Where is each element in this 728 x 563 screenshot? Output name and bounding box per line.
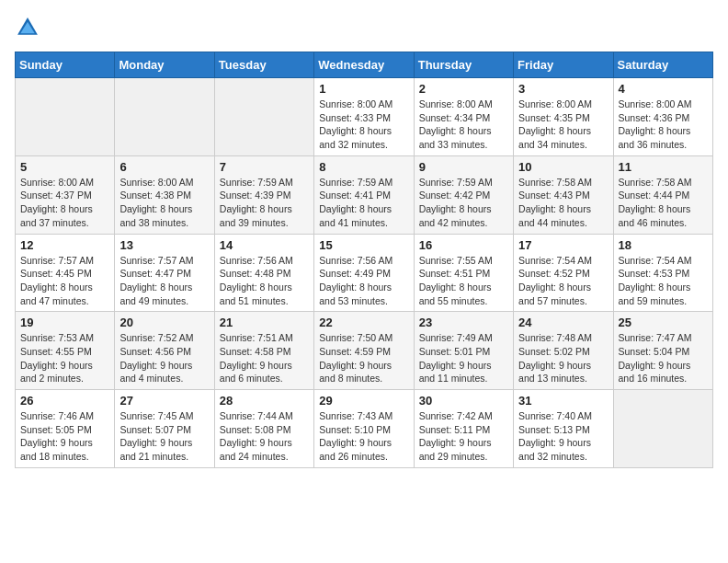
day-number: 18	[619, 238, 708, 252]
logo-icon	[15, 15, 40, 40]
day-info: Sunrise: 7:54 AM Sunset: 4:53 PM Dayligh…	[619, 254, 708, 308]
week-row-4: 19Sunrise: 7:53 AM Sunset: 4:55 PM Dayli…	[16, 312, 713, 390]
day-info: Sunrise: 7:57 AM Sunset: 4:45 PM Dayligh…	[20, 254, 109, 308]
calendar-cell	[115, 78, 214, 156]
day-info: Sunrise: 8:00 AM Sunset: 4:35 PM Dayligh…	[518, 98, 608, 152]
day-info: Sunrise: 7:46 AM Sunset: 5:05 PM Dayligh…	[20, 409, 109, 464]
weekday-header-sunday: Sunday	[16, 52, 115, 78]
calendar-cell: 21Sunrise: 7:51 AM Sunset: 4:58 PM Dayli…	[214, 312, 313, 390]
weekday-header-monday: Monday	[115, 52, 214, 78]
day-info: Sunrise: 7:58 AM Sunset: 4:43 PM Dayligh…	[518, 176, 608, 230]
day-number: 8	[319, 160, 408, 174]
day-number: 2	[419, 82, 508, 96]
day-info: Sunrise: 7:44 AM Sunset: 5:08 PM Dayligh…	[220, 409, 309, 464]
calendar-cell: 17Sunrise: 7:54 AM Sunset: 4:52 PM Dayli…	[514, 234, 613, 312]
day-info: Sunrise: 7:40 AM Sunset: 5:13 PM Dayligh…	[518, 409, 608, 464]
calendar-cell: 10Sunrise: 7:58 AM Sunset: 4:43 PM Dayli…	[514, 155, 613, 234]
calendar-cell: 3Sunrise: 8:00 AM Sunset: 4:35 PM Daylig…	[514, 78, 613, 156]
day-number: 21	[220, 316, 309, 329]
day-info: Sunrise: 7:58 AM Sunset: 4:44 PM Dayligh…	[619, 176, 708, 230]
week-row-5: 26Sunrise: 7:46 AM Sunset: 5:05 PM Dayli…	[16, 390, 713, 468]
calendar-cell: 31Sunrise: 7:40 AM Sunset: 5:13 PM Dayli…	[514, 390, 613, 468]
day-number: 30	[419, 394, 508, 408]
calendar-cell: 15Sunrise: 7:56 AM Sunset: 4:49 PM Dayli…	[314, 234, 414, 312]
weekday-header-saturday: Saturday	[613, 52, 712, 78]
day-number: 3	[518, 82, 608, 96]
day-number: 19	[20, 316, 109, 329]
day-info: Sunrise: 7:47 AM Sunset: 5:04 PM Dayligh…	[619, 331, 708, 385]
day-number: 25	[619, 316, 708, 329]
day-info: Sunrise: 7:53 AM Sunset: 4:55 PM Dayligh…	[20, 331, 109, 385]
calendar-cell: 1Sunrise: 8:00 AM Sunset: 4:33 PM Daylig…	[314, 78, 414, 156]
calendar-cell: 30Sunrise: 7:42 AM Sunset: 5:11 PM Dayli…	[414, 390, 513, 468]
weekday-header-friday: Friday	[514, 52, 613, 78]
weekday-header-wednesday: Wednesday	[314, 52, 414, 78]
calendar-cell: 24Sunrise: 7:48 AM Sunset: 5:02 PM Dayli…	[514, 312, 613, 390]
day-info: Sunrise: 7:42 AM Sunset: 5:11 PM Dayligh…	[419, 409, 508, 464]
calendar-cell: 22Sunrise: 7:50 AM Sunset: 4:59 PM Dayli…	[314, 312, 414, 390]
calendar-cell: 16Sunrise: 7:55 AM Sunset: 4:51 PM Dayli…	[414, 234, 513, 312]
calendar-cell: 11Sunrise: 7:58 AM Sunset: 4:44 PM Dayli…	[613, 155, 712, 234]
day-info: Sunrise: 7:56 AM Sunset: 4:48 PM Dayligh…	[220, 254, 309, 308]
week-row-3: 12Sunrise: 7:57 AM Sunset: 4:45 PM Dayli…	[16, 234, 713, 312]
day-number: 5	[20, 160, 109, 174]
calendar-cell: 18Sunrise: 7:54 AM Sunset: 4:53 PM Dayli…	[613, 234, 712, 312]
calendar-body: 1Sunrise: 8:00 AM Sunset: 4:33 PM Daylig…	[16, 78, 713, 468]
day-info: Sunrise: 8:00 AM Sunset: 4:34 PM Dayligh…	[419, 98, 508, 152]
week-row-2: 5Sunrise: 8:00 AM Sunset: 4:37 PM Daylig…	[16, 155, 713, 234]
calendar-cell	[613, 390, 712, 468]
calendar-cell	[16, 78, 115, 156]
day-number: 12	[20, 238, 109, 252]
calendar-cell: 27Sunrise: 7:45 AM Sunset: 5:07 PM Dayli…	[115, 390, 214, 468]
calendar-cell: 7Sunrise: 7:59 AM Sunset: 4:39 PM Daylig…	[214, 155, 313, 234]
day-number: 31	[518, 394, 608, 408]
day-number: 17	[518, 238, 608, 252]
day-info: Sunrise: 7:45 AM Sunset: 5:07 PM Dayligh…	[119, 409, 209, 464]
calendar-cell: 20Sunrise: 7:52 AM Sunset: 4:56 PM Dayli…	[115, 312, 214, 390]
calendar-cell: 26Sunrise: 7:46 AM Sunset: 5:05 PM Dayli…	[16, 390, 115, 468]
calendar-cell: 6Sunrise: 8:00 AM Sunset: 4:38 PM Daylig…	[115, 155, 214, 234]
day-number: 13	[119, 238, 209, 252]
day-info: Sunrise: 7:51 AM Sunset: 4:58 PM Dayligh…	[220, 331, 309, 385]
page-header	[15, 15, 713, 40]
calendar-cell: 8Sunrise: 7:59 AM Sunset: 4:41 PM Daylig…	[314, 155, 414, 234]
calendar-header: SundayMondayTuesdayWednesdayThursdayFrid…	[16, 52, 713, 78]
calendar-cell	[214, 78, 313, 156]
day-number: 7	[220, 160, 309, 174]
day-number: 27	[119, 394, 209, 408]
day-number: 22	[319, 316, 408, 329]
day-number: 20	[119, 316, 209, 329]
day-number: 28	[220, 394, 309, 408]
day-info: Sunrise: 7:48 AM Sunset: 5:02 PM Dayligh…	[518, 331, 608, 385]
day-number: 9	[419, 160, 508, 174]
day-number: 11	[619, 160, 708, 174]
calendar-cell: 25Sunrise: 7:47 AM Sunset: 5:04 PM Dayli…	[613, 312, 712, 390]
calendar-cell: 29Sunrise: 7:43 AM Sunset: 5:10 PM Dayli…	[314, 390, 414, 468]
day-info: Sunrise: 7:57 AM Sunset: 4:47 PM Dayligh…	[119, 254, 209, 308]
day-info: Sunrise: 7:49 AM Sunset: 5:01 PM Dayligh…	[419, 331, 508, 385]
day-info: Sunrise: 8:00 AM Sunset: 4:33 PM Dayligh…	[319, 98, 408, 152]
day-info: Sunrise: 7:43 AM Sunset: 5:10 PM Dayligh…	[319, 409, 408, 464]
day-info: Sunrise: 8:00 AM Sunset: 4:37 PM Dayligh…	[20, 176, 109, 230]
logo	[15, 15, 44, 40]
day-number: 4	[619, 82, 708, 96]
day-info: Sunrise: 7:56 AM Sunset: 4:49 PM Dayligh…	[319, 254, 408, 308]
calendar-cell: 2Sunrise: 8:00 AM Sunset: 4:34 PM Daylig…	[414, 78, 513, 156]
calendar-cell: 28Sunrise: 7:44 AM Sunset: 5:08 PM Dayli…	[214, 390, 313, 468]
day-info: Sunrise: 7:55 AM Sunset: 4:51 PM Dayligh…	[419, 254, 508, 308]
day-number: 6	[119, 160, 209, 174]
calendar-cell: 9Sunrise: 7:59 AM Sunset: 4:42 PM Daylig…	[414, 155, 513, 234]
calendar-cell: 4Sunrise: 8:00 AM Sunset: 4:36 PM Daylig…	[613, 78, 712, 156]
day-info: Sunrise: 7:50 AM Sunset: 4:59 PM Dayligh…	[319, 331, 408, 385]
calendar-cell: 19Sunrise: 7:53 AM Sunset: 4:55 PM Dayli…	[16, 312, 115, 390]
calendar-cell: 12Sunrise: 7:57 AM Sunset: 4:45 PM Dayli…	[16, 234, 115, 312]
weekday-header-thursday: Thursday	[414, 52, 513, 78]
day-info: Sunrise: 7:59 AM Sunset: 4:42 PM Dayligh…	[419, 176, 508, 230]
day-number: 24	[518, 316, 608, 329]
day-number: 10	[518, 160, 608, 174]
day-info: Sunrise: 7:54 AM Sunset: 4:52 PM Dayligh…	[518, 254, 608, 308]
day-info: Sunrise: 8:00 AM Sunset: 4:36 PM Dayligh…	[619, 98, 708, 152]
day-number: 16	[419, 238, 508, 252]
calendar-table: SundayMondayTuesdayWednesdayThursdayFrid…	[15, 52, 713, 468]
day-number: 15	[319, 238, 408, 252]
